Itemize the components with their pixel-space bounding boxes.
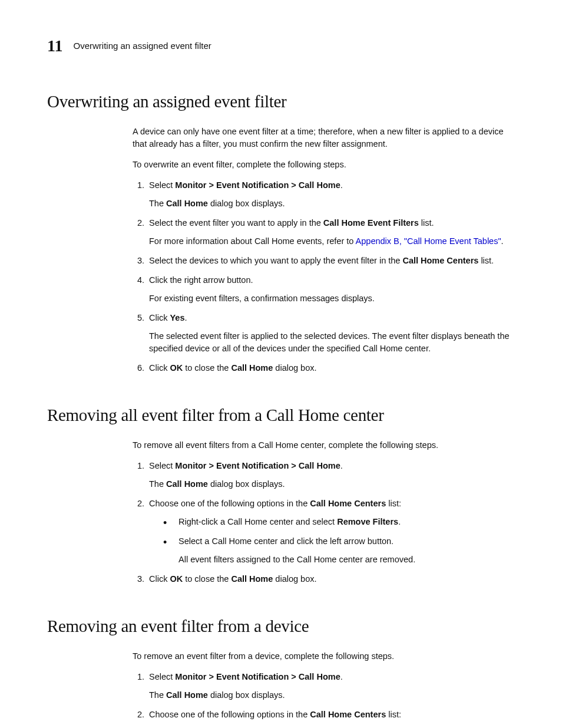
step-5: Click Yes. The selected event filter is … [147, 312, 518, 355]
step-1: Select Monitor > Event Notification > Ca… [147, 179, 518, 210]
step-1: Select Monitor > Event Notification > Ca… [147, 460, 518, 490]
step-2: Choose one of the following options in t… [147, 498, 518, 566]
section-removing-all: Removing all event filter from a Call Ho… [47, 403, 518, 585]
section-overwriting: Overwriting an assigned event filter A d… [47, 89, 518, 374]
lead-paragraph: To remove an event filter from a device,… [133, 650, 518, 663]
heading-removing-device: Removing an event filter from a device [47, 614, 518, 638]
step-2-note: For more information about Call Home eve… [149, 235, 518, 248]
chapter-number: 11 [47, 34, 62, 58]
step-4-result: For existing event filters, a confirmati… [149, 292, 518, 305]
steps-list: Select Monitor > Event Notification > Ca… [133, 179, 518, 374]
step-1-result: The Call Home dialog box displays. [149, 689, 518, 701]
header-title: Overwriting an assigned event filter [73, 39, 211, 52]
page-header: 11 Overwriting an assigned event filter [47, 34, 518, 58]
step-2: Select the event filter you want to appl… [147, 217, 518, 248]
steps-list: Select Monitor > Event Notification > Ca… [133, 671, 518, 728]
step-3: Select the devices to which you want to … [147, 255, 518, 267]
heading-overwriting: Overwriting an assigned event filter [47, 89, 518, 114]
section-removing-device: Removing an event filter from a device T… [47, 614, 518, 728]
step-1: Select Monitor > Event Notification > Ca… [147, 671, 518, 701]
option-left-arrow: Select a Call Home center and click the … [163, 535, 518, 566]
intro-paragraph: A device can only have one event filter … [133, 126, 518, 150]
heading-removing-all: Removing all event filter from a Call Ho… [47, 403, 518, 427]
lead-paragraph: To overwrite an event filter, complete t… [133, 159, 518, 171]
option-result: All event filters assigned to the Call H… [178, 554, 518, 566]
step-5-result: The selected event filter is applied to … [149, 330, 518, 355]
step-6: Click OK to close the Call Home dialog b… [147, 362, 518, 374]
option-remove-filters: Right-click a Call Home center and selec… [163, 516, 518, 528]
step-2: Choose one of the following options in t… [147, 709, 518, 728]
step-4: Click the right arrow button. For existi… [147, 274, 518, 305]
step-3: Click OK to close the Call Home dialog b… [147, 573, 518, 585]
lead-paragraph: To remove all event filters from a Call … [133, 439, 518, 452]
options-list: Right-click a Call Home center and selec… [163, 516, 518, 566]
steps-list: Select Monitor > Event Notification > Ca… [133, 460, 518, 585]
step-1-result: The Call Home dialog box displays. [149, 478, 518, 490]
step-1-result: The Call Home dialog box displays. [149, 197, 518, 210]
appendix-link[interactable]: Appendix B, "Call Home Event Tables" [356, 236, 501, 246]
